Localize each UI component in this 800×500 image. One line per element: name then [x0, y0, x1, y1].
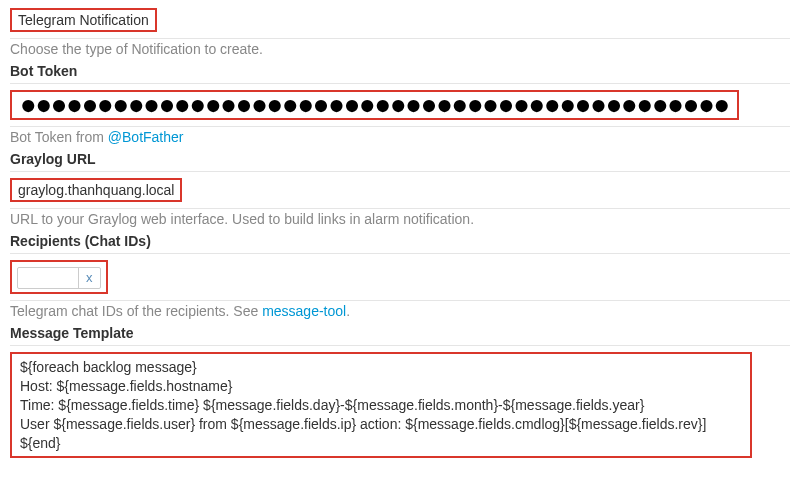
recipients-help-prefix: Telegram chat IDs of the recipients. See: [10, 303, 262, 319]
bot-token-field: Bot Token ●●●●●●●●●●●●●●●●●●●●●●●●●●●●●●…: [10, 63, 790, 145]
graylog-url-field: Graylog URL graylog.thanhquang.local URL…: [10, 151, 790, 227]
message-template-row: ${foreach backlog message} Host: ${messa…: [10, 345, 790, 458]
recipients-input[interactable]: x: [10, 260, 108, 294]
message-template-textarea[interactable]: ${foreach backlog message} Host: ${messa…: [10, 352, 752, 458]
bot-token-row: ●●●●●●●●●●●●●●●●●●●●●●●●●●●●●●●●●●●●●●●●…: [10, 83, 790, 127]
bot-token-input[interactable]: ●●●●●●●●●●●●●●●●●●●●●●●●●●●●●●●●●●●●●●●●…: [10, 90, 739, 120]
message-template-label: Message Template: [10, 325, 790, 341]
recipient-tag: x: [17, 267, 101, 289]
recipients-label: Recipients (Chat IDs): [10, 233, 790, 249]
recipients-help-suffix: .: [346, 303, 350, 319]
graylog-url-label: Graylog URL: [10, 151, 790, 167]
recipients-help: Telegram chat IDs of the recipients. See…: [10, 303, 790, 319]
message-tool-link[interactable]: message-tool: [262, 303, 346, 319]
recipients-field: Recipients (Chat IDs) x Telegram chat ID…: [10, 233, 790, 319]
botfather-link[interactable]: @BotFather: [108, 129, 184, 145]
recipients-row: x: [10, 253, 790, 301]
notification-type-field: Telegram Notification Choose the type of…: [10, 8, 790, 57]
message-template-field: Message Template ${foreach backlog messa…: [10, 325, 790, 458]
bot-token-label: Bot Token: [10, 63, 790, 79]
graylog-url-input[interactable]: graylog.thanhquang.local: [10, 178, 182, 202]
graylog-url-row: graylog.thanhquang.local: [10, 171, 790, 209]
bot-token-help-prefix: Bot Token from: [10, 129, 108, 145]
notification-type-select[interactable]: Telegram Notification: [10, 8, 157, 32]
notification-type-row: Telegram Notification: [10, 8, 790, 39]
graylog-url-help: URL to your Graylog web interface. Used …: [10, 211, 790, 227]
close-icon[interactable]: x: [78, 268, 100, 288]
notification-type-help: Choose the type of Notification to creat…: [10, 41, 790, 57]
bot-token-help: Bot Token from @BotFather: [10, 129, 790, 145]
